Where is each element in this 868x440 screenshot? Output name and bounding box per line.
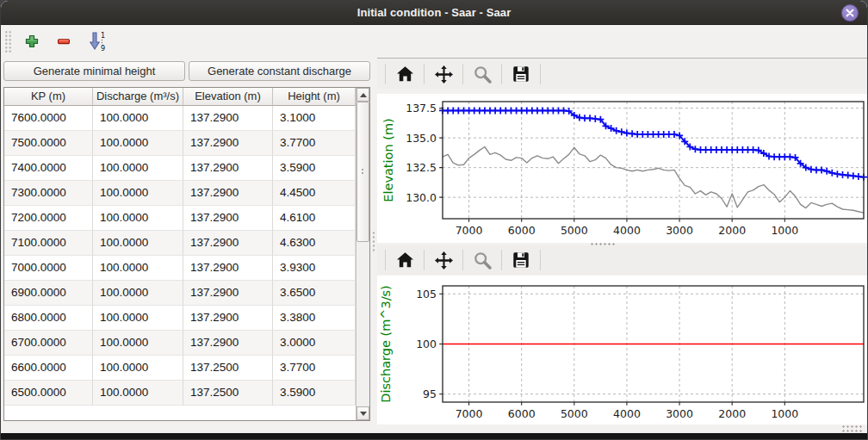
table-cell[interactable]: 6800.0000	[4, 306, 93, 331]
table-cell[interactable]: 137.2900	[183, 281, 273, 306]
elevation-figure[interactable]: 7000600050004000300020001000137.5135.013…	[377, 94, 867, 243]
magnifier-icon	[474, 65, 492, 84]
table-cell[interactable]: 137.2900	[183, 181, 273, 206]
titlebar[interactable]: Initial condition - Saar - Saar	[1, 1, 867, 25]
home-button[interactable]	[394, 249, 416, 271]
table-cell[interactable]: 4.4500	[273, 181, 356, 206]
table-cell[interactable]: 100.0000	[93, 281, 183, 306]
table-cell[interactable]: 137.2900	[183, 106, 273, 131]
zoom-button[interactable]	[471, 63, 493, 85]
table-cell[interactable]: 6500.0000	[4, 381, 93, 406]
scroll-up-button[interactable]	[356, 88, 369, 102]
svg-text:5000: 5000	[561, 407, 588, 420]
generate-buttons-row: Generate minimal height Generate constan…	[3, 61, 370, 81]
table-row: 7100.0000100.0000137.29004.6300	[4, 231, 356, 256]
table-cell[interactable]: 100.0000	[93, 331, 183, 356]
svg-text:132.5: 132.5	[406, 161, 437, 174]
svg-text:135.0: 135.0	[406, 132, 437, 145]
table-cell[interactable]: 137.2500	[183, 356, 273, 381]
svg-text:95: 95	[423, 387, 437, 400]
table-cell[interactable]: 6700.0000	[4, 331, 93, 356]
remove-row-button[interactable]	[51, 28, 77, 54]
table-cell[interactable]: 7300.0000	[4, 181, 93, 206]
table-cell[interactable]: 100.0000	[93, 156, 183, 181]
table-cell[interactable]: 100.0000	[93, 256, 183, 281]
scrollbar-thumb[interactable]	[356, 102, 369, 242]
column-header[interactable]: Discharge (m³/s)	[93, 88, 183, 106]
pan-icon	[435, 251, 453, 270]
table-cell[interactable]: 3.6500	[273, 281, 356, 306]
table-cell[interactable]: 4.6300	[273, 231, 356, 256]
save-button[interactable]	[510, 249, 532, 271]
table-cell[interactable]: 3.7700	[273, 356, 356, 381]
column-header[interactable]: Elevation (m)	[183, 88, 273, 106]
home-button[interactable]	[394, 63, 416, 85]
table-cell[interactable]: 100.0000	[93, 181, 183, 206]
table-cell[interactable]: 100.0000	[93, 231, 183, 256]
table-vertical-scrollbar[interactable]	[356, 88, 369, 420]
table-cell[interactable]: 100.0000	[93, 356, 183, 381]
table-row: 7400.0000100.0000137.29003.5900	[4, 156, 356, 181]
table-cell[interactable]: 7100.0000	[4, 231, 93, 256]
table-cell[interactable]: 3.0000	[273, 331, 356, 356]
resize-grip[interactable]	[842, 424, 863, 433]
column-header[interactable]: Height (m)	[273, 88, 356, 106]
table-cell[interactable]: 100.0000	[93, 106, 183, 131]
table-cell[interactable]: 137.2500	[183, 381, 273, 406]
table-cell[interactable]: 3.7700	[273, 131, 356, 156]
discharge-figure[interactable]: 700060005000400030002000100010510095Disc…	[377, 276, 867, 425]
table-cell[interactable]: 3.1000	[273, 106, 356, 131]
scrollbar-track[interactable]	[356, 102, 369, 406]
window-bottom-edge	[1, 433, 867, 440]
table-cell[interactable]: 4.6100	[273, 206, 356, 231]
home-icon	[396, 251, 414, 269]
table-cell[interactable]: 3.9300	[273, 256, 356, 281]
table-cell[interactable]: 100.0000	[93, 306, 183, 331]
pan-button[interactable]	[432, 63, 455, 85]
table-cell[interactable]: 100.0000	[93, 381, 183, 406]
table-cell[interactable]: 100.0000	[93, 131, 183, 156]
zoom-button[interactable]	[471, 249, 493, 271]
table-cell[interactable]: 7600.0000	[4, 106, 93, 131]
table-cell[interactable]: 137.2900	[183, 306, 273, 331]
pan-button[interactable]	[432, 249, 455, 271]
save-button[interactable]	[510, 63, 532, 85]
table-cell[interactable]: 137.2900	[183, 331, 273, 356]
svg-text:1000: 1000	[771, 224, 798, 237]
svg-text:105: 105	[416, 288, 437, 301]
table-cell[interactable]: 7000.0000	[4, 256, 93, 281]
add-row-button[interactable]	[19, 28, 45, 54]
plus-icon	[24, 34, 40, 49]
column-header[interactable]: KP (m)	[4, 88, 93, 106]
table-cell[interactable]: 3.3800	[273, 306, 356, 331]
sort-1-9-icon: 1 9	[87, 31, 106, 52]
table-cell[interactable]: 137.2900	[183, 231, 273, 256]
table-cell[interactable]: 3.5900	[273, 381, 356, 406]
sort-rows-button[interactable]: 1 9	[84, 28, 109, 54]
pan-icon	[435, 65, 453, 84]
scroll-down-button[interactable]	[356, 406, 369, 420]
close-button[interactable]	[841, 4, 859, 22]
table-cell[interactable]: 6900.0000	[4, 281, 93, 306]
table-cell[interactable]: 100.0000	[93, 206, 183, 231]
table-cell[interactable]: 7400.0000	[4, 156, 93, 181]
table-cell[interactable]: 6600.0000	[4, 356, 93, 381]
svg-text:100: 100	[416, 338, 437, 350]
table-cell[interactable]: 137.2900	[183, 156, 273, 181]
close-icon	[846, 9, 854, 17]
toolbar-drag-handle[interactable]	[4, 30, 12, 53]
panel-splitter-vertical[interactable]	[371, 59, 376, 421]
generate-minimal-height-button[interactable]: Generate minimal height	[3, 61, 185, 81]
table-cell[interactable]: 7200.0000	[4, 206, 93, 231]
table-row: 6700.0000100.0000137.29003.0000	[4, 331, 356, 356]
table-cell[interactable]: 3.5900	[273, 156, 356, 181]
table-cell[interactable]: 137.2900	[183, 256, 273, 281]
table-cell[interactable]: 7500.0000	[4, 131, 93, 156]
table-row: 6500.0000100.0000137.25003.5900	[4, 381, 356, 406]
table-cell[interactable]: 137.2900	[183, 131, 273, 156]
main-toolbar: 1 9	[1, 26, 867, 57]
table-cell[interactable]: 137.2900	[183, 206, 273, 231]
window-title: Initial condition - Saar - Saar	[1, 1, 867, 25]
table-row: 7000.0000100.0000137.29003.9300	[4, 256, 356, 281]
generate-constant-discharge-button[interactable]: Generate constant discharge	[189, 61, 370, 81]
